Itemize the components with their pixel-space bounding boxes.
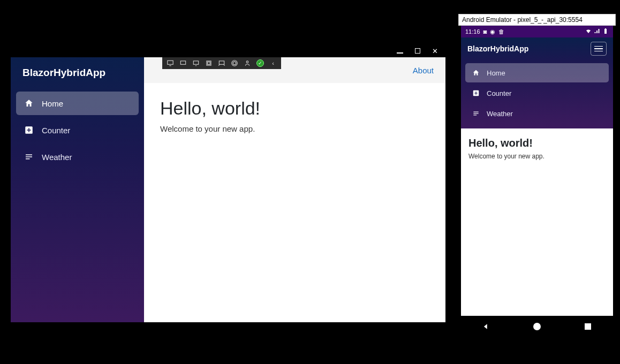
page-heading: Hello, world! bbox=[160, 98, 429, 119]
home-button[interactable] bbox=[533, 322, 541, 331]
plus-icon bbox=[24, 125, 34, 135]
mobile-nav-label: Counter bbox=[487, 89, 511, 97]
chevron-left-icon[interactable]: ‹ bbox=[267, 58, 279, 68]
mobile-nav-label: Home bbox=[487, 69, 505, 77]
svg-point-12 bbox=[246, 61, 248, 63]
dev-tool-icon[interactable] bbox=[190, 58, 202, 68]
top-row: ‹ About bbox=[144, 57, 445, 83]
overview-button[interactable] bbox=[584, 322, 592, 331]
sidebar-item-label: Weather bbox=[42, 153, 72, 162]
maximize-button[interactable] bbox=[415, 47, 420, 55]
phone-frame: 11:16 ◙ ◉ 🗑 BlazorHybridApp bbox=[461, 26, 613, 337]
dev-tool-icon[interactable] bbox=[216, 58, 228, 68]
window-titlebar: ✕ bbox=[11, 44, 445, 57]
dev-tool-icon[interactable] bbox=[164, 58, 176, 68]
svg-rect-13 bbox=[604, 29, 607, 34]
close-button[interactable]: ✕ bbox=[432, 48, 438, 55]
android-navbar bbox=[461, 316, 613, 337]
mobile-subtext: Welcome to your new app. bbox=[468, 153, 606, 160]
mobile-nav: Home Counter Weather bbox=[461, 60, 613, 128]
main-area: ‹ About Hello, world! Welcome to your ne… bbox=[144, 57, 445, 322]
svg-rect-5 bbox=[180, 61, 185, 64]
status-notif-icon: ◙ bbox=[483, 28, 487, 35]
mobile-nav-item-home[interactable]: Home bbox=[465, 63, 609, 82]
sidebar-item-home[interactable]: Home bbox=[16, 92, 139, 115]
sidebar-item-weather[interactable]: Weather bbox=[16, 145, 139, 169]
svg-rect-9 bbox=[219, 61, 224, 64]
svg-rect-6 bbox=[193, 61, 198, 64]
dev-tool-icon[interactable] bbox=[177, 58, 189, 68]
emulator-title: Android Emulator - pixel_5_-_api_30:5554 bbox=[458, 14, 616, 26]
mobile-brand: BlazorHybridApp bbox=[467, 44, 528, 53]
dev-toolbar: ‹ bbox=[162, 57, 281, 69]
dev-tool-icon[interactable] bbox=[229, 58, 240, 68]
sidebar: BlazorHybridApp Home Counter bbox=[11, 57, 144, 322]
status-notif-icon: 🗑 bbox=[498, 28, 504, 35]
about-link[interactable]: About bbox=[413, 66, 434, 75]
home-icon bbox=[472, 69, 480, 77]
back-button[interactable] bbox=[482, 322, 490, 331]
menu-toggle-button[interactable] bbox=[591, 42, 607, 56]
mobile-header: BlazorHybridApp bbox=[461, 37, 613, 60]
status-time: 11:16 bbox=[465, 28, 480, 35]
signal-icon bbox=[594, 28, 600, 35]
status-notif-icon: ◉ bbox=[490, 28, 495, 35]
page-subtext: Welcome to your new app. bbox=[160, 124, 429, 133]
svg-rect-14 bbox=[605, 28, 606, 29]
sidebar-item-label: Home bbox=[42, 99, 63, 108]
desktop-window: ✕ BlazorHybridApp Home Counter bbox=[11, 44, 445, 322]
dev-tool-status-icon[interactable] bbox=[254, 58, 266, 68]
sidebar-item-counter[interactable]: Counter bbox=[16, 118, 139, 142]
wifi-icon bbox=[585, 28, 592, 35]
dev-tool-icon[interactable] bbox=[241, 58, 253, 68]
mobile-nav-item-weather[interactable]: Weather bbox=[465, 104, 609, 123]
status-bar: 11:16 ◙ ◉ 🗑 bbox=[461, 26, 613, 37]
home-icon bbox=[24, 98, 34, 109]
plus-icon bbox=[472, 89, 480, 97]
mobile-nav-label: Weather bbox=[487, 110, 513, 118]
sidebar-item-label: Counter bbox=[42, 126, 70, 135]
dev-tool-icon[interactable] bbox=[203, 58, 215, 68]
svg-point-10 bbox=[233, 62, 236, 65]
mobile-content: Hello, world! Welcome to your new app. bbox=[461, 128, 613, 316]
battery-icon bbox=[602, 28, 609, 35]
svg-rect-4 bbox=[168, 60, 173, 64]
list-icon bbox=[472, 109, 480, 118]
minimize-button[interactable] bbox=[397, 47, 403, 55]
sidebar-nav: Home Counter Weather bbox=[11, 89, 144, 171]
page-content: Hello, world! Welcome to your new app. bbox=[144, 83, 445, 148]
mobile-nav-item-counter[interactable]: Counter bbox=[465, 84, 609, 103]
svg-point-11 bbox=[232, 60, 238, 66]
svg-rect-8 bbox=[208, 62, 210, 65]
list-icon bbox=[24, 151, 34, 162]
app-brand: BlazorHybridApp bbox=[11, 57, 144, 89]
android-emulator: Android Emulator - pixel_5_-_api_30:5554… bbox=[458, 14, 616, 359]
mobile-heading: Hello, world! bbox=[468, 137, 606, 149]
